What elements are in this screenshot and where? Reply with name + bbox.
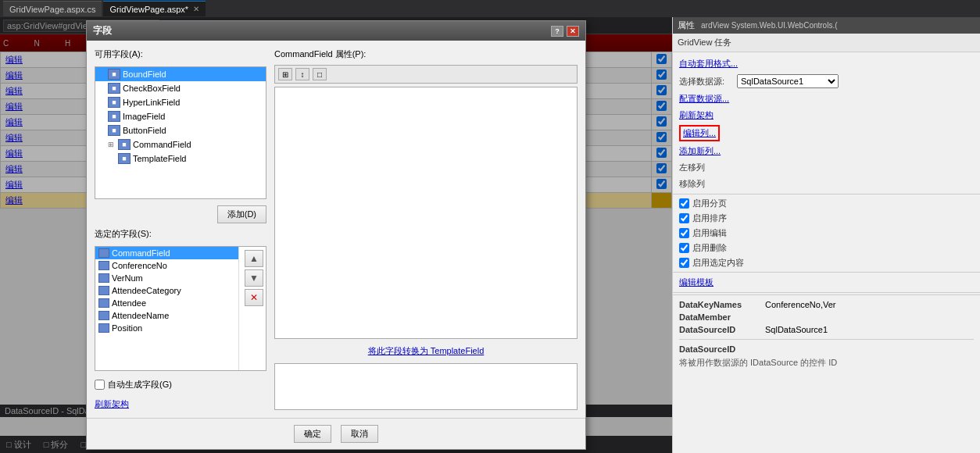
field-label: CheckBoxField — [123, 84, 181, 93]
datamember-key: DataMember — [679, 312, 765, 322]
selected-field-attendeecategory[interactable]: AttendeeCategory — [95, 284, 238, 297]
edit-template-link[interactable]: 编辑模板 — [673, 274, 980, 291]
autogen-checkbox[interactable] — [95, 380, 105, 390]
field-item-commandfield[interactable]: ⊞ ■ CommandField — [95, 137, 266, 152]
move-down-button[interactable]: ▼ — [245, 269, 263, 287]
enable-delete-checkbox[interactable] — [679, 243, 689, 253]
props-view-button[interactable]: □ — [313, 68, 327, 80]
datasource-row-label: 选择数据源: — [679, 76, 734, 87]
enable-select-checkbox[interactable] — [679, 258, 689, 268]
field-item-boundfield[interactable]: ■ BoundField — [95, 67, 266, 81]
selected-field-conferenceno[interactable]: ConferenceNo — [95, 259, 238, 272]
dialog-bottom-buttons: 确定 取消 — [87, 418, 585, 449]
enable-edit-checkbox[interactable] — [679, 228, 689, 238]
selected-field-position[interactable]: Position — [95, 322, 238, 334]
props-sorted-button[interactable]: ↕ — [295, 68, 309, 80]
enable-edit-label: 启用编辑 — [692, 227, 727, 239]
field-icon — [98, 311, 109, 320]
right-properties-panel: 属性 ardView System.Web.UI.WebControls.( G… — [672, 17, 980, 453]
add-new-col-link[interactable]: 添加新列... — [673, 143, 980, 159]
tab-close-icon[interactable]: ✕ — [193, 5, 199, 13]
move-up-button[interactable]: ▲ — [245, 250, 263, 267]
datasourceid-val: SqlDataSource1 — [765, 325, 828, 334]
gridview-tasks-panel: 自动套用格式... 选择数据源: SqlDataSource1 配置数据源...… — [673, 52, 980, 453]
field-icon: ■ — [108, 111, 120, 122]
available-fields-label: 可用字段(A): — [95, 48, 266, 60]
props-content-box — [274, 87, 578, 339]
config-datasource-link[interactable]: 配置数据源... — [673, 91, 980, 107]
datakeynames-val: ConferenceNo,Ver — [765, 300, 836, 309]
field-label: HyperLinkField — [123, 98, 180, 107]
selected-fields-box: CommandField ConferenceNo VerNum — [95, 246, 266, 371]
modal-overlay: 字段 ? ✕ 可用字段(A): ■ — [0, 17, 672, 453]
field-item-imagefield[interactable]: ■ ImageField — [95, 109, 266, 123]
refresh-schema-link[interactable]: 刷新架构 — [95, 398, 266, 410]
add-field-button[interactable]: 添加(D) — [217, 205, 266, 223]
tab-gridviewpage-cs[interactable]: GridViewPage.aspx.cs — [3, 1, 102, 16]
selected-field-label: VerNum — [112, 273, 143, 283]
enable-paging-label: 启用分页 — [692, 198, 727, 209]
field-label: BoundField — [123, 70, 166, 79]
dialog-left-section: 可用字段(A): ■ BoundField ■ CheckBoxField — [95, 48, 266, 410]
dialog-title-bar: 字段 ? ✕ — [87, 21, 585, 41]
field-icon: ■ — [118, 153, 131, 164]
properties-header: GridView 任务 — [673, 34, 980, 52]
selected-field-vernum[interactable]: VerNum — [95, 272, 238, 284]
tab-bar: GridViewPage.aspx.cs GridViewPage.aspx* … — [0, 0, 980, 17]
selected-fields-list: CommandField ConferenceNo VerNum — [95, 247, 239, 370]
field-icon — [98, 286, 109, 295]
gridview-tasks-label: GridView 任务 — [678, 37, 731, 47]
auto-format-link[interactable]: 自动套用格式... — [673, 55, 980, 72]
field-icon: ■ — [118, 139, 131, 150]
edit-columns-link[interactable]: 编辑列... — [679, 125, 720, 141]
autogen-row: 自动生成字段(G) — [95, 379, 266, 391]
selected-field-commandfield[interactable]: CommandField — [95, 247, 238, 259]
tab-gridviewpage-aspx[interactable]: GridViewPage.aspx* ✕ — [103, 1, 206, 16]
field-icon: ■ — [108, 97, 120, 108]
dialog-help-button[interactable]: ? — [551, 26, 563, 37]
props-toolbar: ⊞ ↕ □ — [274, 65, 578, 84]
tab-label-cs: GridViewPage.aspx.cs — [9, 5, 95, 14]
enable-paging-checkbox[interactable] — [679, 198, 689, 209]
selected-field-attendeename[interactable]: AttendeeName — [95, 309, 238, 322]
field-label: TemplateField — [133, 154, 186, 163]
selected-field-label: ConferenceNo — [112, 261, 167, 270]
field-label: ImageField — [123, 112, 165, 121]
datasource-select[interactable]: SqlDataSource1 — [737, 74, 839, 88]
enable-sort-row: 启用排序 — [673, 211, 980, 226]
move-left-col[interactable]: 左移列 — [673, 159, 980, 176]
delete-field-button[interactable]: ✕ — [245, 289, 263, 306]
move-right-col[interactable]: 移除列 — [673, 176, 980, 192]
field-icon: ■ — [108, 125, 120, 136]
properties-title-bar: 属性 ardView System.Web.UI.WebControls.( — [673, 17, 980, 34]
ok-button[interactable]: 确定 — [294, 425, 331, 443]
dialog-right-section: CommandField 属性(P): ⊞ ↕ □ 将此字段转换为 Templa… — [266, 48, 578, 410]
field-item-buttonfield[interactable]: ■ ButtonField — [95, 123, 266, 137]
properties-bottom-section: DataKeyNames ConferenceNo,Ver DataMember… — [673, 294, 980, 373]
enable-edit-row: 启用编辑 — [673, 226, 980, 241]
props-categorized-button[interactable]: ⊞ — [278, 68, 292, 80]
enable-paging-row: 启用分页 — [673, 196, 980, 211]
selected-field-label: CommandField — [112, 248, 170, 258]
enable-select-row: 启用选定内容 — [673, 255, 980, 270]
field-icon — [98, 323, 109, 333]
field-icon — [98, 273, 109, 283]
dialog-close-button[interactable]: ✕ — [567, 26, 579, 37]
field-item-templatefield[interactable]: ■ TemplateField — [95, 152, 266, 166]
field-icon: ■ — [108, 83, 120, 94]
field-label: ButtonField — [123, 126, 166, 135]
refresh-schema-link-panel[interactable]: 刷新架构 — [673, 107, 980, 123]
left-editor-panel: C N H B N P N D1Flg 编辑 删除 选择 编辑 删 — [0, 17, 672, 453]
convert-to-templatefield-link[interactable]: 将此字段转换为 TemplateField — [274, 345, 578, 357]
datakeynames-row: DataKeyNames ConferenceNo,Ver — [679, 298, 974, 311]
available-fields-tree[interactable]: ■ BoundField ■ CheckBoxField ■ HyperLink… — [95, 66, 266, 199]
enable-sort-label: 启用排序 — [692, 212, 727, 224]
expand-icon: ⊞ — [108, 141, 116, 148]
field-item-checkboxfield[interactable]: ■ CheckBoxField — [95, 81, 266, 95]
selected-field-attendee[interactable]: Attendee — [95, 297, 238, 309]
field-item-hyperlinkfield[interactable]: ■ HyperLinkField — [95, 95, 266, 109]
enable-sort-checkbox[interactable] — [679, 213, 689, 223]
selected-field-label: AttendeeName — [112, 311, 169, 320]
autogen-label: 自动生成字段(G) — [108, 379, 172, 391]
cancel-button[interactable]: 取消 — [341, 425, 378, 443]
